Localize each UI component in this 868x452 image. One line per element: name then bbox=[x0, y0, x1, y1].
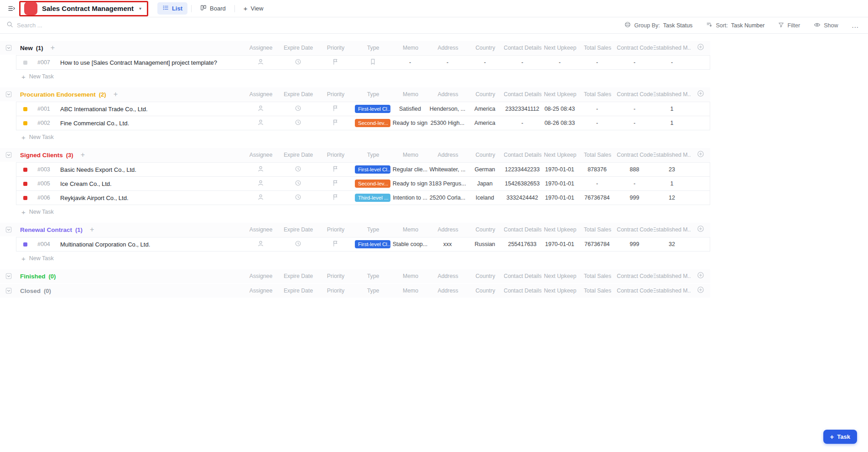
column-header[interactable]: Assignee bbox=[242, 152, 280, 158]
expire-date-icon[interactable] bbox=[295, 119, 301, 128]
address-cell[interactable]: xxx bbox=[429, 241, 466, 247]
assignee-icon[interactable] bbox=[257, 194, 264, 202]
next-upkeep-cell[interactable]: 08-26 08:33 bbox=[541, 120, 578, 126]
column-header[interactable]: Assignee bbox=[242, 91, 280, 98]
column-header[interactable]: Established M... bbox=[654, 288, 691, 294]
next-upkeep-cell[interactable]: - bbox=[541, 59, 578, 66]
memo-cell[interactable]: Intention to ... bbox=[391, 195, 429, 201]
established-cell[interactable]: 23 bbox=[653, 166, 691, 173]
new-task-button[interactable]: + New Task bbox=[21, 70, 710, 83]
country-cell[interactable]: America bbox=[466, 106, 504, 112]
established-cell[interactable]: 1 bbox=[653, 180, 691, 187]
column-header[interactable]: Total Sales bbox=[579, 91, 616, 98]
column-header[interactable]: Type bbox=[354, 226, 392, 233]
column-header[interactable]: Country bbox=[467, 45, 504, 51]
column-header[interactable]: Contact Details bbox=[504, 273, 541, 279]
column-header[interactable]: Expire Date bbox=[280, 91, 317, 98]
column-header[interactable]: Address bbox=[429, 288, 467, 294]
assignee-icon[interactable] bbox=[257, 165, 264, 174]
collapse-group-icon[interactable] bbox=[5, 288, 12, 294]
show-control[interactable]: Show bbox=[814, 21, 838, 30]
collapse-group-icon[interactable] bbox=[5, 226, 12, 233]
address-cell[interactable]: Henderson, ... bbox=[429, 106, 466, 112]
column-header[interactable]: Contact Details bbox=[504, 288, 541, 294]
contact-details-cell[interactable]: - bbox=[504, 59, 541, 66]
task-row[interactable]: #005 Ice Cream Co., Ltd. Second-lev... R… bbox=[16, 176, 710, 191]
contract-code-cell[interactable]: - bbox=[616, 106, 653, 112]
total-sales-cell[interactable]: - bbox=[578, 59, 616, 66]
memo-cell[interactable]: Stable coop... bbox=[391, 241, 429, 247]
column-header[interactable]: Assignee bbox=[242, 45, 280, 51]
next-upkeep-cell[interactable]: 1970-01-01 bbox=[541, 180, 578, 187]
column-header[interactable]: Established M... bbox=[654, 226, 691, 233]
task-title[interactable]: Ice Cream Co., Ltd. bbox=[60, 180, 112, 187]
address-cell[interactable]: Whitewater, ... bbox=[429, 166, 466, 173]
column-header[interactable]: Contract Code bbox=[616, 45, 654, 51]
task-title[interactable]: Multinational Corporation Co., Ltd. bbox=[60, 241, 150, 248]
column-header[interactable]: Next Upkeep bbox=[541, 45, 579, 51]
column-header[interactable]: Contract Code bbox=[616, 226, 654, 233]
column-header[interactable]: Established M... bbox=[654, 45, 691, 51]
contract-code-cell[interactable]: - bbox=[616, 59, 653, 66]
column-header[interactable]: Total Sales bbox=[579, 152, 616, 158]
search-input[interactable] bbox=[17, 22, 135, 29]
total-sales-cell[interactable]: - bbox=[578, 120, 616, 126]
contract-code-cell[interactable]: - bbox=[616, 180, 653, 187]
contract-code-cell[interactable]: 888 bbox=[616, 166, 653, 173]
add-column-icon[interactable] bbox=[697, 90, 704, 99]
add-view-button[interactable]: + View bbox=[239, 3, 269, 14]
column-header[interactable]: Established M... bbox=[654, 273, 691, 279]
task-row[interactable]: #004 Multinational Corporation Co., Ltd.… bbox=[16, 237, 710, 252]
column-header[interactable]: Priority bbox=[317, 91, 354, 98]
address-cell[interactable]: 25300 High... bbox=[429, 120, 466, 126]
total-sales-cell[interactable]: - bbox=[578, 180, 616, 187]
column-header[interactable]: Total Sales bbox=[579, 273, 616, 279]
assignee-icon[interactable] bbox=[257, 180, 264, 188]
type-badge[interactable]: First-level Cl... bbox=[355, 240, 390, 248]
type-badge[interactable]: Third-level ... bbox=[355, 194, 390, 202]
total-sales-cell[interactable]: 878376 bbox=[578, 166, 616, 173]
total-sales-cell[interactable]: 76736784 bbox=[578, 195, 616, 201]
next-upkeep-cell[interactable]: 1970-01-01 bbox=[541, 166, 578, 173]
contact-details-cell[interactable]: 23323341112 bbox=[504, 106, 541, 112]
contact-details-cell[interactable]: 255417633 bbox=[504, 241, 541, 247]
column-header[interactable]: Address bbox=[429, 152, 467, 158]
column-header[interactable]: Memo bbox=[392, 91, 429, 98]
column-header[interactable]: Type bbox=[354, 91, 392, 98]
collapse-group-icon[interactable] bbox=[5, 45, 12, 51]
priority-flag-icon[interactable] bbox=[332, 165, 339, 174]
column-header[interactable]: Contact Details bbox=[504, 45, 541, 51]
add-column-icon[interactable] bbox=[697, 286, 704, 295]
column-header[interactable]: Address bbox=[429, 226, 467, 233]
column-header[interactable]: Type bbox=[354, 45, 392, 51]
task-row[interactable]: #001 ABC International Trade Co., Ltd. F… bbox=[16, 102, 710, 116]
column-header[interactable]: Expire Date bbox=[280, 152, 317, 158]
column-header[interactable]: Assignee bbox=[242, 288, 280, 294]
memo-cell[interactable]: Ready to sign bbox=[391, 120, 429, 126]
add-task-icon[interactable]: + bbox=[114, 91, 118, 98]
column-header[interactable]: Memo bbox=[392, 45, 429, 51]
column-header[interactable]: Priority bbox=[317, 273, 354, 279]
priority-flag-icon[interactable] bbox=[332, 58, 339, 67]
column-header[interactable]: Next Upkeep bbox=[541, 273, 579, 279]
expire-date-icon[interactable] bbox=[295, 180, 301, 188]
memo-cell[interactable]: Ready to sign bbox=[391, 180, 429, 187]
collapse-group-icon[interactable] bbox=[5, 152, 12, 158]
column-header[interactable]: Country bbox=[467, 152, 504, 158]
column-header[interactable]: Expire Date bbox=[280, 288, 317, 294]
next-upkeep-cell[interactable]: 1970-01-01 bbox=[541, 241, 578, 247]
assignee-icon[interactable] bbox=[257, 119, 264, 128]
add-column-icon[interactable] bbox=[697, 225, 704, 234]
priority-flag-icon[interactable] bbox=[332, 240, 339, 249]
contract-code-cell[interactable]: 999 bbox=[616, 241, 653, 247]
column-header[interactable]: Contact Details bbox=[504, 91, 541, 98]
column-header[interactable]: Memo bbox=[392, 226, 429, 233]
memo-cell[interactable]: Regular clie... bbox=[391, 166, 429, 173]
more-button[interactable]: ... bbox=[852, 21, 859, 29]
column-header[interactable]: Contact Details bbox=[504, 152, 541, 158]
column-header[interactable]: Contract Code bbox=[616, 288, 654, 294]
add-task-fab[interactable]: + Task bbox=[823, 430, 857, 444]
assignee-icon[interactable] bbox=[257, 58, 264, 67]
column-header[interactable]: Address bbox=[429, 45, 467, 51]
task-row[interactable]: #006 Reykjavik Airport Co., Ltd. Third-l… bbox=[16, 190, 710, 205]
